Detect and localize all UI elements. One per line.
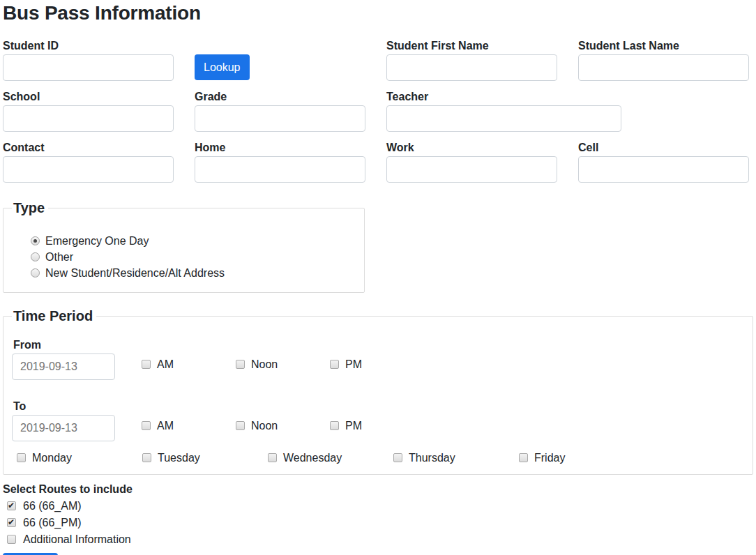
teacher-field: Teacher xyxy=(386,90,749,132)
checkbox-label: AM xyxy=(157,358,174,371)
to-label: To xyxy=(13,400,744,413)
from-date-input[interactable] xyxy=(12,353,115,380)
weekday-row: Monday Tuesday Wednesday Thursday Friday xyxy=(17,451,744,464)
type-radio-group: Emergency One Day Other New Student/Resi… xyxy=(31,234,356,280)
checkbox-label: PM xyxy=(345,358,362,371)
from-label: From xyxy=(13,338,744,351)
lookup-button[interactable]: Lookup xyxy=(195,54,250,80)
checkbox-icon xyxy=(236,421,245,430)
student-first-name-field: Student First Name xyxy=(386,39,557,81)
to-date-input[interactable] xyxy=(12,415,115,441)
route-66-am-checkbox[interactable]: 66 (66_AM) xyxy=(7,499,753,512)
student-id-input[interactable] xyxy=(3,54,174,81)
to-row: AM Noon PM xyxy=(12,415,744,441)
type-radio-other[interactable]: Other xyxy=(31,250,356,264)
work-input[interactable] xyxy=(386,156,557,183)
checkbox-label: Additional Information xyxy=(23,533,131,546)
contact-input[interactable] xyxy=(3,156,174,183)
checkbox-icon xyxy=(142,421,151,430)
type-section: Type Emergency One Day Other New Student… xyxy=(3,201,365,293)
route-additional-info-checkbox[interactable]: Additional Information xyxy=(7,533,753,546)
cell-input[interactable] xyxy=(578,156,749,183)
page-title: Bus Pass Information xyxy=(3,1,753,24)
contact-field: Contact xyxy=(3,141,174,183)
grade-field: Grade xyxy=(195,90,365,132)
checkbox-label: PM xyxy=(345,419,362,432)
weekday-monday-checkbox[interactable]: Monday xyxy=(17,451,142,464)
checkbox-label: 66 (66_AM) xyxy=(23,499,82,512)
weekday-friday-checkbox[interactable]: Friday xyxy=(519,451,644,464)
checkbox-icon xyxy=(142,453,151,462)
contact-row: Contact Home Work Cell xyxy=(3,141,753,192)
radio-icon xyxy=(31,252,40,261)
school-field: School xyxy=(3,90,174,132)
radio-icon xyxy=(31,268,40,278)
checkbox-label: Thursday xyxy=(409,451,455,464)
weekday-thursday-checkbox[interactable]: Thursday xyxy=(393,451,519,464)
from-daypart-cluster: AM Noon PM xyxy=(142,358,424,371)
contact-label: Contact xyxy=(3,141,174,154)
school-label: School xyxy=(3,90,174,103)
to-daypart-cluster: AM Noon PM xyxy=(142,419,424,432)
student-last-name-label: Student Last Name xyxy=(578,39,749,52)
grade-label: Grade xyxy=(195,90,365,103)
school-input[interactable] xyxy=(3,105,174,132)
to-pm-checkbox[interactable]: PM xyxy=(330,419,424,432)
weekday-wednesday-checkbox[interactable]: Wednesday xyxy=(268,451,393,464)
label-spacer xyxy=(195,39,365,54)
to-am-checkbox[interactable]: AM xyxy=(142,419,236,432)
student-row: Student ID Lookup Student First Name Stu… xyxy=(3,39,753,90)
checkbox-icon xyxy=(519,453,528,462)
teacher-label: Teacher xyxy=(386,90,749,103)
routes-label: Select Routes to include xyxy=(3,482,753,496)
cell-label: Cell xyxy=(578,141,749,154)
checkbox-icon xyxy=(330,360,339,369)
student-last-name-input[interactable] xyxy=(578,54,749,81)
weekday-tuesday-checkbox[interactable]: Tuesday xyxy=(142,451,268,464)
cell-field: Cell xyxy=(578,141,749,183)
from-noon-checkbox[interactable]: Noon xyxy=(236,358,330,371)
checkbox-icon xyxy=(393,453,402,462)
type-radio-emergency-one-day[interactable]: Emergency One Day xyxy=(31,234,356,248)
home-field: Home xyxy=(195,141,365,183)
checkbox-icon xyxy=(236,360,245,369)
work-field: Work xyxy=(386,141,557,183)
checkbox-label: AM xyxy=(157,419,174,432)
radio-label: New Student/Residence/Alt Address xyxy=(45,266,225,280)
teacher-input[interactable] xyxy=(386,105,621,132)
student-last-name-field: Student Last Name xyxy=(578,39,749,81)
checkbox-label: Friday xyxy=(534,451,565,464)
radio-icon xyxy=(31,236,40,245)
student-id-label: Student ID xyxy=(3,39,174,52)
checkbox-label: Tuesday xyxy=(158,451,200,464)
school-row: School Grade Teacher xyxy=(3,90,753,141)
from-am-checkbox[interactable]: AM xyxy=(142,358,236,371)
time-period-legend: Time Period xyxy=(12,309,96,323)
checkbox-label: Noon xyxy=(251,358,278,371)
home-input[interactable] xyxy=(195,156,365,183)
checkbox-icon xyxy=(7,535,16,544)
route-66-pm-checkbox[interactable]: 66 (66_PM) xyxy=(7,516,753,529)
student-id-field: Student ID xyxy=(3,39,174,81)
checkbox-icon xyxy=(17,453,26,462)
work-label: Work xyxy=(386,141,557,154)
checkbox-icon xyxy=(7,518,16,527)
checkbox-icon xyxy=(7,501,16,510)
type-legend: Type xyxy=(12,201,48,215)
checkbox-label: Monday xyxy=(32,451,72,464)
time-period-section: Time Period From AM Noon PM To AM xyxy=(3,309,753,475)
from-row: AM Noon PM xyxy=(12,353,744,380)
type-radio-new-student[interactable]: New Student/Residence/Alt Address xyxy=(31,266,356,280)
grade-input[interactable] xyxy=(195,105,365,132)
student-first-name-input[interactable] xyxy=(386,54,557,81)
lookup-field: Lookup xyxy=(195,39,365,81)
checkbox-icon xyxy=(330,421,339,430)
radio-label: Emergency One Day xyxy=(45,234,149,248)
checkbox-icon xyxy=(268,453,277,462)
from-pm-checkbox[interactable]: PM xyxy=(330,358,424,371)
to-noon-checkbox[interactable]: Noon xyxy=(236,419,330,432)
checkbox-icon xyxy=(142,360,151,369)
routes-section: Select Routes to include 66 (66_AM) 66 (… xyxy=(3,482,753,546)
home-label: Home xyxy=(195,141,365,154)
checkbox-label: Noon xyxy=(251,419,278,432)
